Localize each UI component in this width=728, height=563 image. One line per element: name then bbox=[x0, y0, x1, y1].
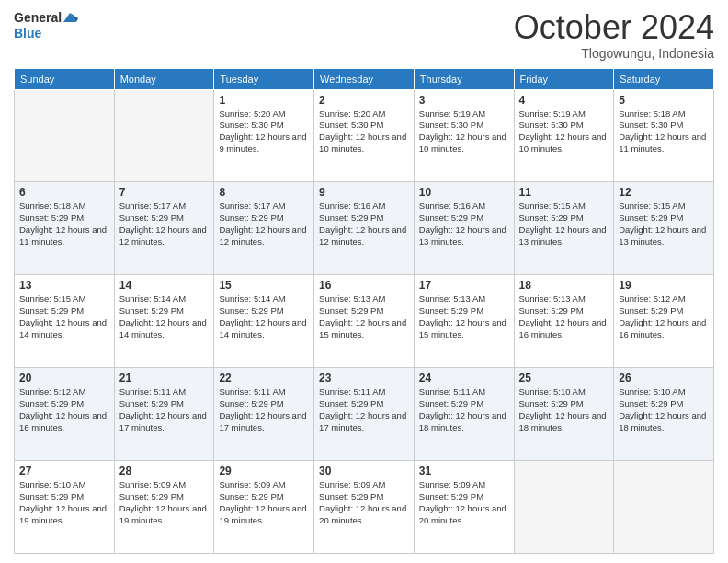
month-title: October 2024 bbox=[514, 9, 714, 46]
day-info: Sunrise: 5:19 AMSunset: 5:30 PMDaylight:… bbox=[519, 109, 609, 155]
calendar-header-row: SundayMondayTuesdayWednesdayThursdayFrid… bbox=[15, 68, 714, 89]
day-info: Sunrise: 5:16 AMSunset: 5:29 PMDaylight:… bbox=[319, 201, 409, 247]
calendar-cell: 29Sunrise: 5:09 AMSunset: 5:29 PMDayligh… bbox=[214, 461, 314, 554]
day-info: Sunrise: 5:17 AMSunset: 5:29 PMDaylight:… bbox=[119, 201, 210, 247]
day-number: 7 bbox=[119, 186, 210, 199]
calendar-cell bbox=[114, 89, 214, 182]
day-info: Sunrise: 5:13 AMSunset: 5:29 PMDaylight:… bbox=[519, 293, 609, 340]
calendar-cell: 8Sunrise: 5:17 AMSunset: 5:29 PMDaylight… bbox=[214, 182, 314, 275]
day-info: Sunrise: 5:18 AMSunset: 5:30 PMDaylight:… bbox=[619, 109, 709, 155]
calendar-cell: 14Sunrise: 5:14 AMSunset: 5:29 PMDayligh… bbox=[114, 275, 214, 368]
day-number: 1 bbox=[219, 94, 309, 107]
calendar-cell: 31Sunrise: 5:09 AMSunset: 5:29 PMDayligh… bbox=[414, 461, 514, 554]
calendar-week-row: 13Sunrise: 5:15 AMSunset: 5:29 PMDayligh… bbox=[15, 275, 714, 368]
calendar-cell: 6Sunrise: 5:18 AMSunset: 5:29 PMDaylight… bbox=[15, 182, 115, 275]
calendar-cell: 17Sunrise: 5:13 AMSunset: 5:29 PMDayligh… bbox=[414, 275, 514, 368]
day-info: Sunrise: 5:15 AMSunset: 5:29 PMDaylight:… bbox=[619, 201, 709, 247]
day-number: 4 bbox=[519, 94, 609, 107]
day-number: 26 bbox=[619, 372, 709, 385]
day-number: 2 bbox=[319, 94, 409, 107]
day-info: Sunrise: 5:18 AMSunset: 5:29 PMDaylight:… bbox=[19, 201, 109, 247]
day-info: Sunrise: 5:11 AMSunset: 5:29 PMDaylight:… bbox=[119, 386, 210, 433]
day-info: Sunrise: 5:15 AMSunset: 5:29 PMDaylight:… bbox=[19, 293, 109, 340]
day-number: 14 bbox=[119, 279, 210, 292]
day-info: Sunrise: 5:10 AMSunset: 5:29 PMDaylight:… bbox=[619, 386, 709, 433]
day-info: Sunrise: 5:17 AMSunset: 5:29 PMDaylight:… bbox=[219, 201, 309, 247]
calendar-cell: 24Sunrise: 5:11 AMSunset: 5:29 PMDayligh… bbox=[414, 368, 514, 461]
day-number: 15 bbox=[219, 279, 309, 292]
day-number: 16 bbox=[319, 279, 409, 292]
day-info: Sunrise: 5:09 AMSunset: 5:29 PMDaylight:… bbox=[119, 479, 210, 526]
subtitle: Tlogowungu, Indonesia bbox=[514, 46, 714, 61]
day-number: 19 bbox=[619, 279, 709, 292]
day-info: Sunrise: 5:11 AMSunset: 5:29 PMDaylight:… bbox=[319, 386, 409, 433]
day-info: Sunrise: 5:16 AMSunset: 5:29 PMDaylight:… bbox=[419, 201, 509, 247]
calendar-cell: 5Sunrise: 5:18 AMSunset: 5:30 PMDaylight… bbox=[614, 89, 714, 182]
day-number: 13 bbox=[19, 279, 109, 292]
day-of-week-header: Sunday bbox=[15, 68, 115, 89]
day-number: 18 bbox=[519, 279, 609, 292]
logo-blue: Blue bbox=[14, 26, 41, 41]
day-of-week-header: Saturday bbox=[614, 68, 714, 89]
day-number: 11 bbox=[519, 186, 609, 199]
logo-text: General bbox=[14, 10, 62, 26]
calendar-week-row: 20Sunrise: 5:12 AMSunset: 5:29 PMDayligh… bbox=[15, 368, 714, 461]
day-info: Sunrise: 5:10 AMSunset: 5:29 PMDaylight:… bbox=[519, 386, 609, 433]
calendar-cell: 20Sunrise: 5:12 AMSunset: 5:29 PMDayligh… bbox=[15, 368, 115, 461]
day-info: Sunrise: 5:11 AMSunset: 5:29 PMDaylight:… bbox=[419, 386, 509, 433]
calendar-body: 1Sunrise: 5:20 AMSunset: 5:30 PMDaylight… bbox=[15, 89, 714, 553]
day-number: 24 bbox=[419, 372, 509, 385]
day-number: 25 bbox=[519, 372, 609, 385]
calendar-cell: 21Sunrise: 5:11 AMSunset: 5:29 PMDayligh… bbox=[114, 368, 214, 461]
day-number: 22 bbox=[219, 372, 309, 385]
calendar-cell: 11Sunrise: 5:15 AMSunset: 5:29 PMDayligh… bbox=[514, 182, 614, 275]
calendar-cell bbox=[614, 461, 714, 554]
calendar-cell: 4Sunrise: 5:19 AMSunset: 5:30 PMDaylight… bbox=[514, 89, 614, 182]
calendar-cell: 26Sunrise: 5:10 AMSunset: 5:29 PMDayligh… bbox=[614, 368, 714, 461]
day-number: 9 bbox=[319, 186, 409, 199]
calendar-cell: 28Sunrise: 5:09 AMSunset: 5:29 PMDayligh… bbox=[114, 461, 214, 554]
day-info: Sunrise: 5:10 AMSunset: 5:29 PMDaylight:… bbox=[19, 479, 109, 526]
day-info: Sunrise: 5:09 AMSunset: 5:29 PMDaylight:… bbox=[319, 479, 409, 526]
day-number: 29 bbox=[219, 465, 309, 477]
day-number: 23 bbox=[319, 372, 409, 385]
day-of-week-header: Thursday bbox=[414, 68, 514, 89]
calendar-cell: 30Sunrise: 5:09 AMSunset: 5:29 PMDayligh… bbox=[314, 461, 415, 554]
calendar-cell: 7Sunrise: 5:17 AMSunset: 5:29 PMDaylight… bbox=[114, 182, 214, 275]
calendar-cell: 19Sunrise: 5:12 AMSunset: 5:29 PMDayligh… bbox=[614, 275, 714, 368]
header: General Blue October 2024 Tlogowungu, In… bbox=[14, 9, 714, 61]
day-info: Sunrise: 5:13 AMSunset: 5:29 PMDaylight:… bbox=[419, 293, 509, 340]
day-number: 12 bbox=[619, 186, 709, 199]
day-info: Sunrise: 5:09 AMSunset: 5:29 PMDaylight:… bbox=[219, 479, 309, 526]
day-of-week-header: Friday bbox=[514, 68, 614, 89]
calendar-cell: 23Sunrise: 5:11 AMSunset: 5:29 PMDayligh… bbox=[314, 368, 415, 461]
day-info: Sunrise: 5:20 AMSunset: 5:30 PMDaylight:… bbox=[319, 109, 409, 155]
day-info: Sunrise: 5:12 AMSunset: 5:29 PMDaylight:… bbox=[619, 293, 709, 340]
calendar-cell: 9Sunrise: 5:16 AMSunset: 5:29 PMDaylight… bbox=[314, 182, 415, 275]
calendar-cell: 1Sunrise: 5:20 AMSunset: 5:30 PMDaylight… bbox=[214, 89, 314, 182]
day-info: Sunrise: 5:19 AMSunset: 5:30 PMDaylight:… bbox=[419, 109, 509, 155]
calendar-cell: 13Sunrise: 5:15 AMSunset: 5:29 PMDayligh… bbox=[15, 275, 115, 368]
calendar-week-row: 1Sunrise: 5:20 AMSunset: 5:30 PMDaylight… bbox=[15, 89, 714, 182]
calendar-cell: 25Sunrise: 5:10 AMSunset: 5:29 PMDayligh… bbox=[514, 368, 614, 461]
day-of-week-header: Monday bbox=[114, 68, 214, 89]
day-number: 3 bbox=[419, 94, 509, 107]
calendar-cell: 12Sunrise: 5:15 AMSunset: 5:29 PMDayligh… bbox=[614, 182, 714, 275]
day-info: Sunrise: 5:14 AMSunset: 5:29 PMDaylight:… bbox=[219, 293, 309, 340]
day-number: 8 bbox=[219, 186, 309, 199]
day-info: Sunrise: 5:09 AMSunset: 5:29 PMDaylight:… bbox=[419, 479, 509, 526]
day-of-week-header: Wednesday bbox=[314, 68, 415, 89]
day-number: 6 bbox=[19, 186, 109, 199]
calendar-cell: 15Sunrise: 5:14 AMSunset: 5:29 PMDayligh… bbox=[214, 275, 314, 368]
day-number: 10 bbox=[419, 186, 509, 199]
day-info: Sunrise: 5:14 AMSunset: 5:29 PMDaylight:… bbox=[119, 293, 210, 340]
logo: General Blue bbox=[14, 9, 78, 41]
calendar: SundayMondayTuesdayWednesdayThursdayFrid… bbox=[14, 68, 714, 554]
calendar-cell bbox=[514, 461, 614, 554]
calendar-cell bbox=[15, 89, 115, 182]
day-info: Sunrise: 5:13 AMSunset: 5:29 PMDaylight:… bbox=[319, 293, 409, 340]
day-info: Sunrise: 5:15 AMSunset: 5:29 PMDaylight:… bbox=[519, 201, 609, 247]
calendar-week-row: 6Sunrise: 5:18 AMSunset: 5:29 PMDaylight… bbox=[15, 182, 714, 275]
day-number: 31 bbox=[419, 465, 509, 477]
day-number: 30 bbox=[319, 465, 409, 477]
